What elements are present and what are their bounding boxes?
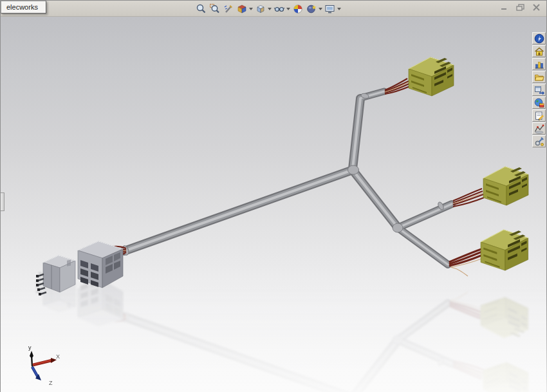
publish-globe-icon	[534, 98, 544, 108]
zoom-to-area-button[interactable]	[209, 2, 221, 16]
display-monitor-icon	[324, 3, 336, 15]
publish-button[interactable]	[532, 97, 546, 109]
tools-button[interactable]	[532, 135, 546, 147]
app-tab-label: elecworks	[6, 3, 38, 11]
hide-show-items-icon	[274, 3, 285, 15]
close-button[interactable]	[531, 3, 542, 13]
graphics-area[interactable]: y X Z	[1, 17, 546, 392]
chevron-down-icon[interactable]	[249, 8, 253, 10]
view-orientation-icon	[255, 3, 266, 15]
section-view-button[interactable]	[236, 2, 254, 16]
zoom-to-area-icon	[209, 3, 221, 15]
app-tab[interactable]: elecworks	[1, 1, 46, 14]
restore-button[interactable]	[515, 3, 526, 13]
section-view-icon	[236, 3, 248, 15]
chevron-down-icon[interactable]	[268, 8, 272, 10]
route-wires-icon	[534, 124, 544, 134]
export-icon	[534, 85, 544, 95]
view-settings-button[interactable]	[305, 2, 323, 16]
zoom-to-fit-icon	[196, 3, 207, 15]
zoom-to-fit-button[interactable]	[195, 2, 208, 16]
apply-scene-button[interactable]	[292, 2, 304, 16]
elecworks-icon	[534, 33, 544, 44]
route-wires-button[interactable]	[532, 122, 546, 135]
minimize-button[interactable]	[499, 3, 510, 13]
minimize-icon	[499, 3, 510, 12]
statistics-icon	[534, 59, 544, 70]
3d-scene[interactable]: y X Z	[1, 17, 547, 392]
home-icon	[534, 46, 544, 57]
panel-collapse-handle[interactable]	[1, 192, 5, 211]
view-orientation-button[interactable]	[254, 2, 272, 16]
elecworks-toolbar	[532, 32, 546, 147]
open-folder-icon	[534, 72, 544, 82]
elecworks-button[interactable]	[532, 32, 546, 44]
wire-harness-assembly[interactable]	[36, 57, 528, 295]
chevron-down-icon[interactable]	[319, 8, 322, 10]
edit-document-button[interactable]	[532, 109, 546, 122]
restore-icon	[515, 3, 526, 12]
previous-view-icon	[223, 3, 234, 15]
edit-document-icon	[534, 111, 544, 121]
reflection-fade	[1, 284, 547, 392]
titlebar: elecworks	[1, 1, 546, 17]
hide-show-items-button[interactable]	[273, 2, 291, 16]
view-settings-icon	[306, 3, 317, 15]
open-folder-button[interactable]	[532, 71, 546, 83]
z-axis-label: Z	[49, 380, 53, 386]
close-icon	[532, 3, 542, 12]
previous-view-button[interactable]	[222, 2, 235, 16]
y-axis-label: y	[28, 344, 32, 351]
x-axis-label: X	[56, 353, 60, 360]
chevron-down-icon[interactable]	[337, 8, 341, 10]
tools-icon	[534, 136, 544, 147]
display-monitor-button[interactable]	[324, 2, 342, 16]
chevron-down-icon[interactable]	[286, 8, 290, 10]
view-heads-up-toolbar	[195, 1, 342, 16]
home-button[interactable]	[532, 45, 546, 57]
application-window: elecworks	[0, 0, 547, 392]
export-button[interactable]	[532, 84, 546, 96]
statistics-button[interactable]	[532, 58, 546, 70]
window-controls	[499, 3, 542, 13]
apply-scene-icon	[292, 3, 304, 15]
